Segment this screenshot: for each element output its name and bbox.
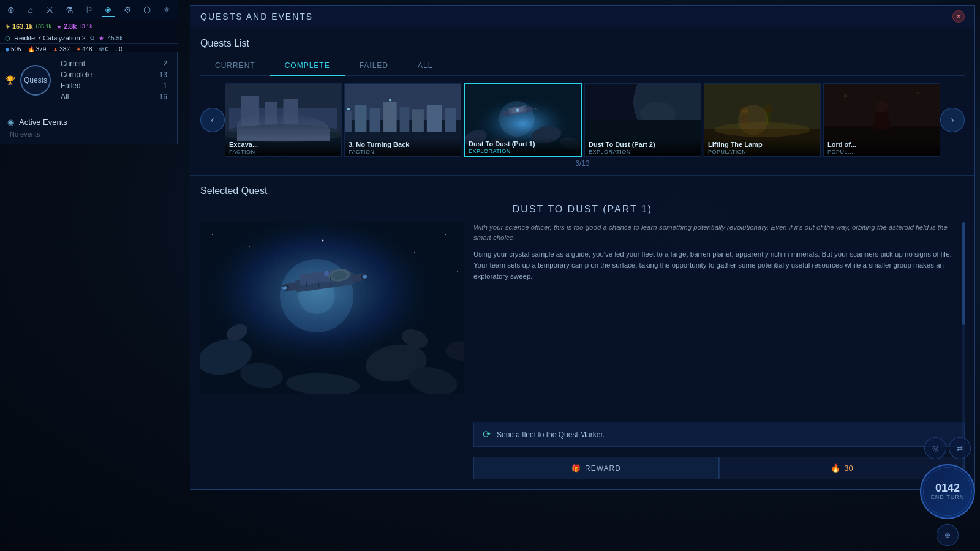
quests-list-section: Quests List CURRENT COMPLETE FAILED ALL … bbox=[190, 28, 974, 176]
filter-failed-label: Failed bbox=[61, 81, 81, 90]
quest-thumbnails-container: ‹ bbox=[200, 83, 965, 157]
svg-rect-16 bbox=[241, 96, 260, 126]
svg-point-102 bbox=[445, 234, 446, 235]
end-turn-outer: ◎ ⇄ 0142 END TURN ⊕ bbox=[920, 437, 975, 546]
quests-icon[interactable]: ◈ bbox=[102, 2, 115, 17]
next-quest-arrow[interactable]: › bbox=[940, 108, 965, 132]
no-events-text: No events bbox=[7, 130, 170, 138]
tab-complete[interactable]: COMPLETE bbox=[270, 56, 345, 76]
thumb-name-lord: Lord of... bbox=[827, 141, 936, 149]
filter-failed[interactable]: Failed 1 bbox=[56, 80, 172, 91]
buildings-icon[interactable]: ⌂ bbox=[24, 2, 37, 17]
filter-all[interactable]: All 16 bbox=[56, 91, 172, 102]
quests-section: 🏆 Quests Current 2 Complete 13 Failed 1 bbox=[0, 52, 177, 108]
quest-thumb-dust1[interactable]: Dust To Dust (Part 1) EXPLORATION bbox=[464, 83, 582, 157]
turn-number: 0142 bbox=[935, 482, 960, 493]
filter-complete[interactable]: Complete 13 bbox=[56, 69, 172, 80]
prev-quest-arrow[interactable]: ‹ bbox=[200, 108, 225, 132]
quest-thumb-lord[interactable]: Lord of... POPUL... bbox=[823, 83, 940, 157]
filter-failed-count: 1 bbox=[163, 81, 167, 90]
svg-point-100 bbox=[322, 240, 324, 242]
objective-icon: ⟳ bbox=[483, 429, 491, 440]
planet-name: Reidite-7 Catalyzation 2 bbox=[14, 34, 86, 42]
tab-all[interactable]: ALL bbox=[403, 56, 447, 76]
reward-label: REWARD bbox=[585, 464, 621, 473]
thumb-label-excava: Excava... FACTION bbox=[225, 138, 341, 156]
quest-image-bg bbox=[200, 222, 464, 394]
filter-complete-count: 13 bbox=[159, 70, 167, 79]
filter-current-label: Current bbox=[61, 59, 85, 68]
filter-complete-label: Complete bbox=[61, 70, 92, 79]
quest-thumb-no-turning[interactable]: 3. No Turning Back FACTION bbox=[344, 83, 461, 157]
end-turn-button[interactable]: 0142 END TURN bbox=[920, 464, 975, 519]
tab-current[interactable]: CURRENT bbox=[200, 56, 270, 76]
filter-current-count: 2 bbox=[163, 59, 167, 68]
thumb-type-excava: FACTION bbox=[229, 149, 337, 155]
thumb-name-excava: Excava... bbox=[229, 141, 337, 149]
diplomacy-icon[interactable]: ⚐ bbox=[83, 2, 95, 17]
quest-thumb-excava[interactable]: Excava... FACTION bbox=[225, 83, 342, 157]
window-title: QUESTS AND EVENTS bbox=[200, 12, 313, 21]
influence-delta: +3.1k bbox=[78, 23, 92, 29]
svg-point-98 bbox=[212, 234, 213, 235]
thumb-type-dust1: EXPLORATION bbox=[469, 148, 577, 154]
active-events-header: ◉ Active Events bbox=[7, 118, 170, 127]
filter-current[interactable]: Current 2 bbox=[56, 58, 172, 69]
close-button[interactable]: ✕ bbox=[952, 10, 965, 23]
quest-thumbnails-list: Excava... FACTION bbox=[225, 83, 940, 157]
page-indicator: 6/13 bbox=[200, 157, 965, 170]
quest-info-area: With your science officer, this is too g… bbox=[473, 222, 965, 479]
svg-rect-29 bbox=[412, 109, 424, 132]
quest-detail: With your science officer, this is too g… bbox=[200, 222, 965, 479]
dust-icon: ☀ bbox=[5, 23, 10, 30]
svg-point-32 bbox=[347, 108, 350, 110]
units-icon[interactable]: ⚔ bbox=[44, 2, 56, 17]
thumb-label-lord: Lord of... POPUL... bbox=[824, 138, 940, 156]
svg-point-65 bbox=[876, 101, 888, 113]
mini-buttons: ◎ ⇄ bbox=[924, 437, 971, 459]
svg-marker-67 bbox=[873, 112, 891, 129]
auto-button[interactable]: ⇄ bbox=[949, 437, 971, 459]
svg-rect-18 bbox=[284, 99, 299, 126]
compass-button[interactable]: ◎ bbox=[924, 437, 946, 459]
objective-text: Send a fleet to the Quest Marker. bbox=[497, 430, 605, 439]
svg-rect-31 bbox=[445, 108, 456, 132]
svg-rect-24 bbox=[345, 111, 352, 132]
quest-thumb-lamp[interactable]: Lifting The Lamp POPULATION bbox=[704, 83, 821, 157]
selected-quest-section: Selected Quest DUST TO DUST (PART 1) bbox=[190, 176, 974, 489]
left-panel: 🏆 Quests Current 2 Complete 13 Failed 1 bbox=[0, 52, 178, 144]
tab-failed[interactable]: FAILED bbox=[345, 56, 403, 76]
main-panel: QUESTS AND EVENTS ✕ Quests List CURRENT … bbox=[190, 5, 975, 490]
active-events-title: Active Events bbox=[19, 118, 67, 127]
quest-actions: 🎁 REWARD 🔥 30 bbox=[473, 457, 965, 479]
planet-orbit-button[interactable]: ⊕ bbox=[937, 524, 959, 546]
thumb-label-dust2: Dust To Dust (Part 2) EXPLORATION bbox=[585, 138, 701, 156]
planet-icon: ⬡ bbox=[5, 35, 10, 42]
resources-bar: ☀ 163.1k +35.1k ★ 2.8k +3.1k bbox=[0, 20, 178, 32]
thumb-name-no-turning: 3. No Turning Back bbox=[349, 141, 457, 149]
thumb-label-lamp: Lifting The Lamp POPULATION bbox=[704, 138, 820, 156]
trophy-icon: 🏆 bbox=[5, 75, 15, 85]
svg-rect-27 bbox=[383, 102, 397, 132]
thumb-name-dust2: Dust To Dust (Part 2) bbox=[589, 141, 697, 149]
industry-value-display: 30 bbox=[844, 463, 853, 473]
overview-icon[interactable]: ⊕ bbox=[5, 2, 17, 17]
svg-rect-25 bbox=[355, 105, 367, 132]
settings-icon[interactable]: ⚙ bbox=[122, 2, 134, 17]
reward-icon: 🎁 bbox=[571, 464, 581, 473]
reward-button[interactable]: 🎁 REWARD bbox=[473, 457, 719, 479]
dust-value: 163.1k bbox=[12, 23, 33, 30]
quest-description-main: Using your crystal sample as a guide, yo… bbox=[473, 249, 965, 282]
trade-icon[interactable]: ⬡ bbox=[141, 2, 153, 17]
quest-thumb-dust2[interactable]: Dust To Dust (Part 2) EXPLORATION bbox=[584, 83, 701, 157]
influence-value: 2.8k bbox=[64, 23, 77, 30]
dust-delta: +35.1k bbox=[35, 23, 51, 29]
selected-quest-section-title: Selected Quest bbox=[200, 186, 965, 197]
svg-point-103 bbox=[457, 271, 458, 272]
science-icon[interactable]: ⚗ bbox=[63, 2, 75, 17]
thumb-type-no-turning: FACTION bbox=[349, 149, 457, 155]
selected-quest-name: DUST TO DUST (PART 1) bbox=[200, 204, 965, 215]
heroes-icon[interactable]: ⚜ bbox=[160, 2, 173, 17]
nav-icons-bar: ⊕ ⌂ ⚔ ⚗ ⚐ ◈ ⚙ ⬡ ⚜ bbox=[0, 0, 178, 20]
quests-circle-button[interactable]: Quests bbox=[20, 65, 51, 96]
